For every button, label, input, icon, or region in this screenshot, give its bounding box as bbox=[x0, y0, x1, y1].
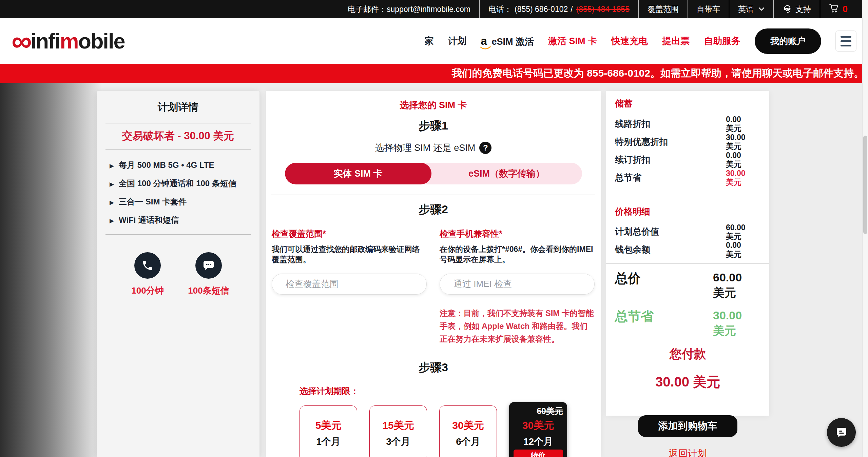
plan-details-panel: 计划详情 交易破坏者 - 30.00 美元 ▶每月 500 MB 5G • 4G… bbox=[97, 91, 259, 457]
plan-duration: 6个月 bbox=[456, 435, 480, 448]
row-value: 0.00美元 bbox=[726, 241, 752, 259]
scrollbar-thumb[interactable] bbox=[863, 136, 867, 234]
back-to-plans-link[interactable]: 返回计划 bbox=[606, 447, 769, 457]
language-selector[interactable]: 英语 bbox=[729, 0, 773, 18]
amount: 30.00 bbox=[726, 133, 752, 142]
amount: 30.00 bbox=[713, 308, 756, 323]
feature-item: ▶每月 500 MB 5G • 4G LTE bbox=[110, 160, 259, 171]
currency: 美元 bbox=[713, 323, 756, 338]
amount: 60.00 bbox=[726, 223, 752, 232]
plan-option-3month[interactable]: 15美元 3个月 bbox=[369, 405, 427, 457]
choose-sim-heading: 选择您的 SIM 卡 bbox=[266, 91, 601, 111]
plan-price: 15美元 bbox=[382, 419, 414, 433]
savings-value: 30.00美元 bbox=[713, 308, 756, 338]
step2-grid: 检查覆盖范围* 我们可以通过查找您的邮政编码来验证网络覆盖范围。 检查手机兼容性… bbox=[266, 228, 601, 345]
cart-button[interactable]: 0 bbox=[820, 0, 868, 18]
support-link-label: 支持 bbox=[795, 4, 811, 15]
nav-plans[interactable]: 计划 bbox=[448, 35, 466, 47]
minutes-label: 100分钟 bbox=[131, 285, 163, 297]
summary-row: 计划总价值 60.00美元 bbox=[606, 223, 769, 241]
plan-option-1month[interactable]: 5美元 1个月 bbox=[300, 405, 357, 457]
nav-home[interactable]: 家 bbox=[425, 35, 434, 47]
cart-icon bbox=[829, 3, 839, 15]
feature-item: ▶WiFi 通话和短信 bbox=[110, 215, 259, 225]
savings-label: 总节省 bbox=[615, 308, 713, 325]
nav-raise-ticket[interactable]: 提出票 bbox=[662, 35, 690, 47]
coverage-zip-input[interactable] bbox=[272, 274, 427, 295]
totals-section: 总价 60.00美元 总节省 30.00美元 bbox=[606, 270, 769, 338]
currency: 美元 bbox=[726, 124, 752, 133]
sim-selection-panel: 选择您的 SIM 卡 步骤1 选择物理 SIM 还是 eSIM ? 实体 SIM… bbox=[266, 91, 601, 457]
total-price-row: 总价 60.00美元 bbox=[606, 270, 769, 300]
sms-label: 100条短信 bbox=[188, 285, 229, 297]
coverage-link-label: 覆盖范围 bbox=[648, 4, 679, 15]
plan-stats: 100分钟 100条短信 bbox=[97, 252, 259, 297]
nav-esim-label: eSIM 激活 bbox=[491, 37, 534, 47]
plan-features-list: ▶每月 500 MB 5G • 4G LTE ▶全国 100 分钟通话和 100… bbox=[110, 160, 259, 225]
triangle-bullet-icon: ▶ bbox=[110, 217, 114, 224]
plan-duration-options: 5美元 1个月 15美元 3个月 30美元 6个月 60美元 30美元 12 bbox=[300, 405, 601, 457]
currency: 美元 bbox=[713, 285, 756, 300]
coverage-description: 我们可以通过查找您的邮政编码来验证网络覆盖范围。 bbox=[272, 244, 427, 265]
infimobile-logo[interactable]: ∞infimobile bbox=[12, 29, 124, 53]
chat-widget-button[interactable] bbox=[827, 418, 856, 447]
phone-old-strikethrough: (855) 484-1855 bbox=[576, 5, 630, 14]
coverage-label: 检查覆盖范围* bbox=[272, 228, 427, 239]
chat-bubble-icon bbox=[834, 425, 849, 440]
language-label: 英语 bbox=[738, 4, 754, 15]
topbar-email[interactable]: 电子邮件： support@infimobile.com bbox=[339, 0, 479, 18]
divider bbox=[606, 263, 769, 264]
nav-self-service[interactable]: 自助服务 bbox=[704, 35, 740, 47]
summary-row: 续订折扣 0.00美元 bbox=[606, 151, 769, 169]
row-value: 0.00美元 bbox=[726, 151, 752, 169]
nav-activate-sim[interactable]: 激活 SIM 卡 bbox=[548, 35, 597, 47]
you-pay-value: 30.00 美元 bbox=[606, 373, 769, 391]
savings-title: 储蓄 bbox=[606, 91, 769, 110]
row-label: 线路折扣 bbox=[615, 118, 726, 130]
plan-option-12month-selected[interactable]: 60美元 30美元 12个月 特价 bbox=[509, 402, 567, 457]
plan-duration-label: 选择计划期限： bbox=[300, 385, 601, 397]
amount: 0.00 bbox=[726, 115, 752, 124]
nav-quick-recharge[interactable]: 快速充电 bbox=[611, 35, 648, 47]
my-account-button[interactable]: 我的账户 bbox=[755, 28, 821, 54]
phone-separator: / bbox=[571, 5, 573, 14]
email-label: 电子邮件： bbox=[348, 4, 387, 15]
triangle-bullet-icon: ▶ bbox=[110, 181, 114, 188]
topbar-link-coverage[interactable]: 覆盖范围 bbox=[638, 0, 688, 18]
phone-label: 电话： bbox=[488, 4, 512, 15]
savings-rows: 线路折扣 0.00美元 特别优惠折扣 30.00美元 续订折扣 0.00美元 总… bbox=[606, 115, 769, 187]
currency: 美元 bbox=[726, 178, 752, 186]
topbar-link-byod[interactable]: 自带车 bbox=[688, 0, 729, 18]
topbar-link-support[interactable]: 支持 bbox=[773, 0, 820, 18]
feature-text: 每月 500 MB 5G • 4G LTE bbox=[119, 160, 214, 171]
row-label: 计划总价值 bbox=[615, 226, 726, 238]
byod-link-label: 自带车 bbox=[697, 4, 720, 15]
total-value: 60.00美元 bbox=[713, 270, 756, 300]
you-pay-label: 您付款 bbox=[606, 346, 769, 362]
step2-title: 步骤2 bbox=[266, 202, 601, 217]
physical-sim-option[interactable]: 实体 SIM 卡 bbox=[285, 163, 431, 184]
summary-row: 钱包余额 0.00美元 bbox=[606, 241, 769, 259]
nav-esim-activation[interactable]: a eSIM 激活 bbox=[481, 34, 534, 48]
cart-count-badge: 0 bbox=[843, 4, 848, 15]
topbar-phone[interactable]: 电话： (855) 686-0102 / (855) 484-1855 bbox=[479, 0, 638, 18]
row-label: 续订折扣 bbox=[615, 154, 726, 166]
logo-text: obile bbox=[78, 29, 124, 53]
triangle-bullet-icon: ▶ bbox=[110, 162, 114, 170]
main-nav: 家 计划 a eSIM 激活 激活 SIM 卡 快速充电 提出票 自助服务 我的… bbox=[425, 28, 856, 54]
logo-text: infi bbox=[31, 29, 60, 53]
amount: 0.00 bbox=[726, 151, 752, 160]
compatibility-check-column: 检查手机兼容性* 在你的设备上拨打*#06#。你会看到你的IMEI号码显示在屏幕… bbox=[440, 228, 595, 345]
add-to-cart-button[interactable]: 添加到购物车 bbox=[638, 415, 737, 437]
sms-icon bbox=[195, 252, 222, 279]
esim-option[interactable]: eSIM（数字传输） bbox=[431, 163, 582, 184]
hamburger-menu-icon[interactable] bbox=[835, 31, 856, 52]
feature-item: ▶三合一 SIM 卡套件 bbox=[110, 196, 259, 207]
summary-row-total-savings: 总节省 30.00美元 bbox=[606, 169, 769, 187]
scrollbar[interactable] bbox=[862, 0, 868, 457]
divider bbox=[606, 407, 769, 407]
plan-option-6month[interactable]: 30美元 6个月 bbox=[439, 405, 497, 457]
help-icon[interactable]: ? bbox=[479, 142, 491, 154]
imei-input[interactable] bbox=[440, 274, 595, 295]
row-label: 钱包余额 bbox=[615, 244, 726, 256]
